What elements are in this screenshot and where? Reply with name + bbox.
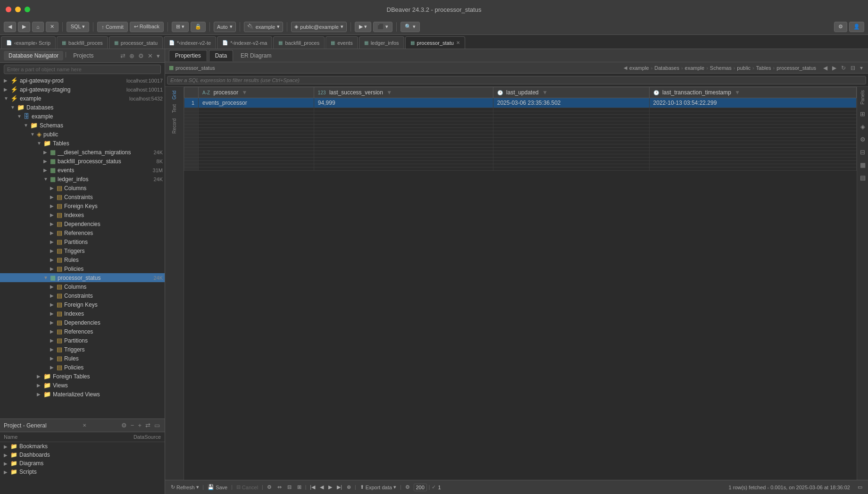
panel-icon-3[interactable]: ◈ <box>859 122 867 132</box>
tree-item-ledger-indexes[interactable]: ▶ ▤ Indexes <box>0 210 165 219</box>
tree-item-ledger-dependencies[interactable]: ▶ ▤ Dependencies <box>0 219 165 228</box>
filter-nav-btn[interactable]: ⊟ <box>849 64 857 72</box>
collapse-all-button[interactable]: ⇄ <box>119 51 126 60</box>
rollback-button[interactable]: ↩ Rollback <box>130 22 164 32</box>
tree-item-ledger-columns[interactable]: ▶ ▤ Columns <box>0 184 165 193</box>
tree-item-proc-references[interactable]: ▶ ▤ References <box>0 327 165 336</box>
breadcrumb-processor-status-2[interactable]: processor_status <box>776 65 816 71</box>
tree-item-example-db[interactable]: ▼ 🗄 example <box>0 112 165 121</box>
project-collapse-btn[interactable]: ▭ <box>153 421 161 430</box>
cell-processor[interactable]: events_processor <box>199 98 314 108</box>
col-header-last-success-version[interactable]: 123 last_success_version ▼ <box>314 87 493 98</box>
connect-dropdown[interactable]: 🔌 example ▾ <box>244 22 284 32</box>
breadcrumb-tables[interactable]: Tables <box>756 65 771 71</box>
tree-item-materialized-views[interactable]: ▶ 📁 Materialized Views <box>0 390 165 399</box>
tree-item-ledger-rules[interactable]: ▶ ▤ Rules <box>0 255 165 264</box>
run-button[interactable]: ▶ ▾ <box>355 22 371 32</box>
panel-icon-5[interactable]: ⊟ <box>859 147 867 157</box>
last-row-btn[interactable]: ▶| <box>335 483 344 491</box>
col-size-btn[interactable]: ⇔ <box>275 483 284 491</box>
breadcrumb-example[interactable]: example <box>629 65 649 71</box>
sql-button[interactable]: SQL ▾ <box>67 22 90 32</box>
tree-item-ledger-policies[interactable]: ▶ ▤ Policies <box>0 264 165 273</box>
tree-item-schemas[interactable]: ▼ 📁 Schemas <box>0 121 165 130</box>
project-link-btn[interactable]: ⇄ <box>144 421 151 430</box>
content-tab-properties[interactable]: Properties <box>169 50 207 61</box>
nav-next-btn[interactable]: ▶ <box>831 64 838 72</box>
add-row-btn[interactable]: ⊕ <box>345 483 353 491</box>
tree-item-api-gateway-prod[interactable]: ▶ ⚡ api-gateway-prod localhost:10017 <box>0 76 165 85</box>
side-panel-btn[interactable]: ▭ <box>856 483 864 491</box>
next-row-btn[interactable]: ▶ <box>326 483 334 491</box>
search-input[interactable] <box>4 65 161 74</box>
record-tab[interactable]: Record <box>171 117 178 135</box>
col-header-last-updated[interactable]: 🕐 last_updated ▼ <box>493 87 649 98</box>
breadcrumb-schemas[interactable]: Schemas <box>710 65 732 71</box>
projects-tab[interactable]: Projects <box>68 51 98 60</box>
project-dashboards[interactable]: ▶ 📁 Dashboards <box>0 451 165 459</box>
save-button[interactable]: 💾 Save <box>206 483 229 491</box>
grid-tab[interactable]: Grid <box>171 89 178 101</box>
commit-button[interactable]: ↑ Commit <box>97 22 127 32</box>
filter-input[interactable] <box>167 76 866 84</box>
project-bookmarks[interactable]: ▶ 📁 Bookmarks <box>0 442 165 451</box>
lock-button[interactable]: 🔒 <box>191 22 206 32</box>
panel-icon-1[interactable]: Panels <box>859 89 867 106</box>
project-minus-btn[interactable]: − <box>130 421 135 430</box>
tree-item-ledger-triggers[interactable]: ▶ ▤ Triggers <box>0 246 165 255</box>
text-tab[interactable]: Text <box>171 102 178 115</box>
filter-toggle-btn[interactable]: ⊟ <box>285 483 293 491</box>
group-btn[interactable]: ⊞ <box>295 483 303 491</box>
tree-item-backfill-processor-status[interactable]: ▶ ▦ backfill_processor_status 8K <box>0 157 165 166</box>
tree-item-events[interactable]: ▶ ▦ events 31M <box>0 166 165 175</box>
schema-dropdown[interactable]: ◈ public@example ▾ <box>291 22 347 32</box>
table-row[interactable]: 1 events_processor 94,999 2025-03-06 23:… <box>184 98 857 108</box>
project-scripts[interactable]: ▶ 📁 Scripts <box>0 468 165 476</box>
maximize-button[interactable] <box>25 7 30 12</box>
tree-item-public-schema[interactable]: ▼ ◈ public <box>0 130 165 139</box>
tree-item-proc-indexes[interactable]: ▶ ▤ Indexes <box>0 309 165 318</box>
export-btn[interactable]: ⬆ Export data ▾ <box>358 483 398 491</box>
tab-processor-status-active[interactable]: ▦ processor_statu ✕ <box>405 36 465 49</box>
filter2-nav-btn[interactable]: ▾ <box>859 64 864 72</box>
tree-item-ledger-foreign-keys[interactable]: ▶ ▤ Foreign Keys <box>0 201 165 210</box>
col-header-last-transaction-timestamp[interactable]: 🕐 last_transaction_timestamp ▼ <box>649 87 856 98</box>
tree-item-foreign-tables[interactable]: ▶ 📁 Foreign Tables <box>0 372 165 381</box>
tree-item-processor-status[interactable]: ▼ ▦ processor_status 24K <box>0 273 165 282</box>
tree-item-views[interactable]: ▶ 📁 Views <box>0 381 165 390</box>
project-plus-btn[interactable]: + <box>137 421 142 430</box>
col-header-processor[interactable]: A-Z processor ▼ <box>199 87 314 98</box>
tab-events[interactable]: ▦ events <box>326 36 358 49</box>
project-diagrams[interactable]: ▶ 📁 Diagrams <box>0 459 165 468</box>
tree-item-ledger-infos[interactable]: ▼ ▦ ledger_infos 24K <box>0 175 165 184</box>
breadcrumb-table-name[interactable]: processor_status <box>175 65 215 71</box>
refresh-button[interactable]: ↻ Refresh ▾ <box>169 483 201 491</box>
tree-item-ledger-partitions[interactable]: ▶ ▤ Partitions <box>0 237 165 246</box>
tree-item-proc-policies[interactable]: ▶ ▤ Policies <box>0 363 165 372</box>
tab-ledger-infos[interactable]: ▦ ledger_infos <box>359 36 404 49</box>
panel-icon-4[interactable]: ⚙ <box>859 134 867 144</box>
breadcrumb-example-2[interactable]: example <box>685 65 705 71</box>
minimize-button[interactable] <box>15 7 21 12</box>
forward-button[interactable]: ▶ <box>18 22 30 32</box>
home-button[interactable]: ⌂ <box>32 22 44 32</box>
link-button[interactable]: ⊕ <box>128 51 135 60</box>
cell-last-transaction-timestamp[interactable]: 2022-10-13 03:54:22.299 <box>649 98 856 108</box>
panel-icon-7[interactable]: ▤ <box>859 173 867 183</box>
panel-icon-6[interactable]: ▦ <box>859 160 867 170</box>
settings-button[interactable]: ⚙ <box>834 22 847 32</box>
user-button[interactable]: 👤 <box>849 22 864 32</box>
tab-indexer-v2-te[interactable]: 📄 *‹indexer-v2-te <box>164 36 216 49</box>
db-navigator-tab[interactable]: Database Navigator <box>4 51 63 60</box>
tree-item-api-gateway-staging[interactable]: ▶ ⚡ api-gateway-staging localhost:10011 <box>0 85 165 94</box>
tree-item-diesel-migrations[interactable]: ▶ ▦ __diesel_schema_migrations 24K <box>0 148 165 157</box>
stop-button[interactable]: ✕ <box>46 22 58 32</box>
breadcrumb-databases[interactable]: Databases <box>654 65 679 71</box>
tree-item-ledger-constraints[interactable]: ▶ ▤ Constraints <box>0 193 165 201</box>
cell-last-updated[interactable]: 2025-03-06 23:35:36.502 <box>493 98 649 108</box>
filter-button[interactable]: ▾ <box>156 51 161 60</box>
tree-item-proc-partitions[interactable]: ▶ ▤ Partitions <box>0 336 165 345</box>
settings2-btn[interactable]: ⚙ <box>403 483 412 491</box>
col-settings-btn[interactable]: ⚙ <box>265 483 274 491</box>
auto-dropdown[interactable]: Auto ▾ <box>214 22 236 32</box>
